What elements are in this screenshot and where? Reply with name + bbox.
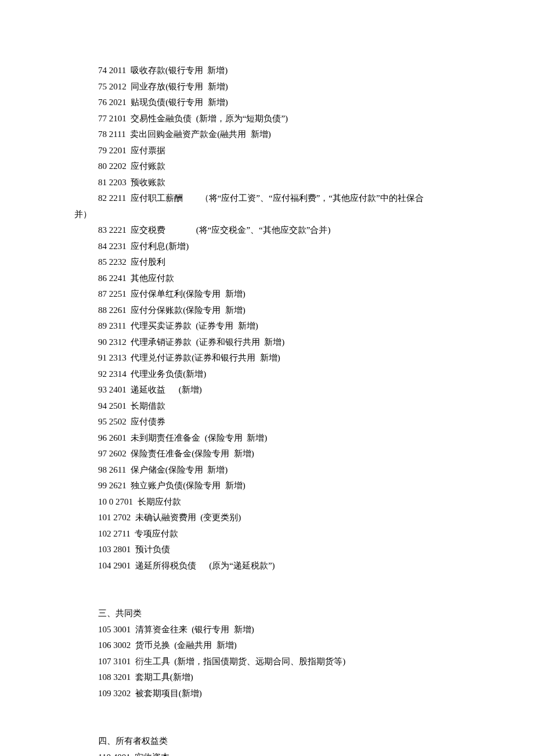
text-line: 97 2602 保险责任准备金(保险专用 新增) bbox=[0, 446, 534, 462]
text-line: 102 2711 专项应付款 bbox=[0, 526, 534, 542]
text-line: 93 2401 递延收益 (新增) bbox=[0, 382, 534, 398]
text-line: 105 3001 清算资金往来 (银行专用 新增) bbox=[0, 622, 534, 638]
text-line: 87 2251 应付保单红利(保险专用 新增) bbox=[0, 286, 534, 303]
text-line bbox=[0, 701, 534, 718]
text-line: 90 2312 代理承销证券款 (证券和银行共用 新增) bbox=[0, 334, 534, 351]
text-line: 107 3101 衍生工具 (新增，指国债期货、远期合同、股指期货等) bbox=[0, 654, 534, 670]
text-line: 并） bbox=[0, 207, 534, 223]
document-body: 74 2011 吸收存款(银行专用 新增)75 2012 同业存放(银行专用 新… bbox=[0, 63, 534, 756]
text-line: 74 2011 吸收存款(银行专用 新增) bbox=[0, 63, 534, 79]
text-line: 86 2241 其他应付款 bbox=[0, 271, 534, 287]
text-line: 77 2101 交易性金融负债 (新增，原为“短期负债”) bbox=[0, 111, 534, 127]
text-line: 98 2611 保户储金(保险专用 新增) bbox=[0, 462, 534, 478]
text-line: 101 2702 未确认融资费用 (变更类别) bbox=[0, 510, 534, 526]
text-line bbox=[0, 590, 534, 606]
text-line: 84 2231 应付利息(新增) bbox=[0, 239, 534, 255]
text-line: 95 2502 应付债券 bbox=[0, 414, 534, 430]
text-line: 103 2801 预计负债 bbox=[0, 542, 534, 558]
text-line bbox=[0, 718, 534, 734]
text-line: 106 3002 货币兑换 (金融共用 新增) bbox=[0, 638, 534, 654]
text-line: 96 2601 未到期责任准备金 (保险专用 新增) bbox=[0, 430, 534, 447]
text-line: 82 2211 应付职工薪酬 （将“应付工资”、“应付福利费”，“其他应付款”中… bbox=[0, 190, 534, 207]
text-line: 85 2232 应付股利 bbox=[0, 254, 534, 271]
text-line: 三、共同类 bbox=[0, 606, 534, 622]
text-line: 109 3202 被套期项目(新增) bbox=[0, 686, 534, 702]
text-line: 79 2201 应付票据 bbox=[0, 143, 534, 159]
text-line: 104 2901 递延所得税负债 (原为“递延税款”) bbox=[0, 558, 534, 574]
text-line: 110 4001 实收资本 bbox=[0, 750, 534, 757]
text-line: 四、所有者权益类 bbox=[0, 733, 534, 750]
text-line: 83 2221 应交税费 (将“应交税金”、“其他应交款”合并) bbox=[0, 222, 534, 239]
text-line: 94 2501 长期借款 bbox=[0, 398, 534, 415]
text-line: 75 2012 同业存放(银行专用 新增) bbox=[0, 79, 534, 95]
text-line: 80 2202 应付账款 bbox=[0, 159, 534, 175]
text-line: 81 2203 预收账款 bbox=[0, 175, 534, 191]
text-line: 10 0 2701 长期应付款 bbox=[0, 494, 534, 510]
text-line: 92 2314 代理业务负债(新增) bbox=[0, 366, 534, 383]
text-line bbox=[0, 574, 534, 590]
text-line: 76 2021 贴现负债(银行专用 新增) bbox=[0, 95, 534, 111]
text-line: 91 2313 代理兑付证券款(证券和银行共用 新增) bbox=[0, 350, 534, 366]
text-line: 99 2621 独立账户负债(保险专用 新增) bbox=[0, 478, 534, 494]
text-line: 89 2311 代理买卖证券款 (证券专用 新增) bbox=[0, 318, 534, 334]
text-line: 88 2261 应付分保账款(保险专用 新增) bbox=[0, 303, 534, 319]
text-line: 78 2111 卖出回购金融资产款金(融共用 新增) bbox=[0, 127, 534, 143]
text-line: 108 3201 套期工具(新增) bbox=[0, 669, 534, 686]
